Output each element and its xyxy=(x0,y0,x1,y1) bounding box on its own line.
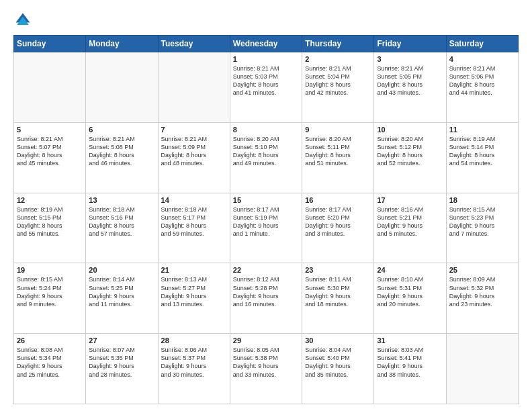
day-number: 10 xyxy=(377,126,443,134)
calendar-cell: 30Sunrise: 8:04 AM Sunset: 5:40 PM Dayli… xyxy=(302,334,374,404)
calendar-table: SundayMondayTuesdayWednesdayThursdayFrid… xyxy=(13,35,519,404)
calendar-cell: 25Sunrise: 8:09 AM Sunset: 5:32 PM Dayli… xyxy=(446,263,518,334)
day-info: Sunrise: 8:15 AM Sunset: 5:23 PM Dayligh… xyxy=(449,205,515,238)
col-header-thursday: Thursday xyxy=(302,36,374,52)
day-info: Sunrise: 8:14 AM Sunset: 5:25 PM Dayligh… xyxy=(89,275,154,308)
day-number: 18 xyxy=(449,196,515,204)
calendar-cell xyxy=(158,52,230,123)
day-number: 13 xyxy=(89,196,154,204)
day-number: 16 xyxy=(305,196,371,204)
calendar-header-row: SundayMondayTuesdayWednesdayThursdayFrid… xyxy=(14,36,519,52)
day-number: 25 xyxy=(449,266,515,274)
day-info: Sunrise: 8:17 AM Sunset: 5:20 PM Dayligh… xyxy=(305,205,371,238)
day-number: 21 xyxy=(161,266,227,274)
calendar-cell: 8Sunrise: 8:20 AM Sunset: 5:10 PM Daylig… xyxy=(230,122,302,193)
header xyxy=(13,11,519,30)
calendar-cell: 23Sunrise: 8:11 AM Sunset: 5:30 PM Dayli… xyxy=(302,263,374,334)
day-number: 26 xyxy=(17,336,83,345)
calendar-cell: 26Sunrise: 8:08 AM Sunset: 5:34 PM Dayli… xyxy=(14,334,86,404)
day-number: 5 xyxy=(17,126,83,134)
calendar-cell: 2Sunrise: 8:21 AM Sunset: 5:04 PM Daylig… xyxy=(302,52,374,123)
calendar-cell: 14Sunrise: 8:18 AM Sunset: 5:17 PM Dayli… xyxy=(158,193,230,263)
calendar-cell: 12Sunrise: 8:19 AM Sunset: 5:15 PM Dayli… xyxy=(14,193,86,263)
calendar-cell: 27Sunrise: 8:07 AM Sunset: 5:35 PM Dayli… xyxy=(86,334,158,404)
page: SundayMondayTuesdayWednesdayThursdayFrid… xyxy=(0,0,532,411)
calendar-cell: 16Sunrise: 8:17 AM Sunset: 5:20 PM Dayli… xyxy=(302,193,374,263)
day-number: 9 xyxy=(305,126,371,134)
calendar-cell: 15Sunrise: 8:17 AM Sunset: 5:19 PM Dayli… xyxy=(230,193,302,263)
day-number: 27 xyxy=(89,336,154,345)
day-number: 11 xyxy=(449,126,515,134)
calendar-cell: 28Sunrise: 8:06 AM Sunset: 5:37 PM Dayli… xyxy=(158,334,230,404)
day-info: Sunrise: 8:10 AM Sunset: 5:31 PM Dayligh… xyxy=(377,275,443,308)
day-info: Sunrise: 8:21 AM Sunset: 5:06 PM Dayligh… xyxy=(449,64,515,97)
day-number: 22 xyxy=(233,266,299,274)
day-info: Sunrise: 8:18 AM Sunset: 5:16 PM Dayligh… xyxy=(89,205,154,238)
calendar-cell: 19Sunrise: 8:15 AM Sunset: 5:24 PM Dayli… xyxy=(14,263,86,334)
day-info: Sunrise: 8:05 AM Sunset: 5:38 PM Dayligh… xyxy=(233,346,299,379)
calendar-cell: 4Sunrise: 8:21 AM Sunset: 5:06 PM Daylig… xyxy=(446,52,518,123)
calendar-cell: 21Sunrise: 8:13 AM Sunset: 5:27 PM Dayli… xyxy=(158,263,230,334)
col-header-sunday: Sunday xyxy=(14,36,86,52)
day-number: 29 xyxy=(233,336,299,345)
calendar-cell: 9Sunrise: 8:20 AM Sunset: 5:11 PM Daylig… xyxy=(302,122,374,193)
day-number: 30 xyxy=(305,336,371,345)
day-info: Sunrise: 8:21 AM Sunset: 5:09 PM Dayligh… xyxy=(161,135,227,168)
calendar-cell: 11Sunrise: 8:19 AM Sunset: 5:14 PM Dayli… xyxy=(446,122,518,193)
calendar-cell: 1Sunrise: 8:21 AM Sunset: 5:03 PM Daylig… xyxy=(230,52,302,123)
day-info: Sunrise: 8:09 AM Sunset: 5:32 PM Dayligh… xyxy=(449,275,515,308)
day-number: 23 xyxy=(305,266,371,274)
week-row-1: 1Sunrise: 8:21 AM Sunset: 5:03 PM Daylig… xyxy=(14,52,519,123)
calendar-cell: 10Sunrise: 8:20 AM Sunset: 5:12 PM Dayli… xyxy=(374,122,446,193)
day-number: 8 xyxy=(233,126,299,134)
day-info: Sunrise: 8:07 AM Sunset: 5:35 PM Dayligh… xyxy=(89,346,154,379)
calendar-cell: 22Sunrise: 8:12 AM Sunset: 5:28 PM Dayli… xyxy=(230,263,302,334)
calendar-cell: 20Sunrise: 8:14 AM Sunset: 5:25 PM Dayli… xyxy=(86,263,158,334)
day-info: Sunrise: 8:21 AM Sunset: 5:08 PM Dayligh… xyxy=(89,135,154,168)
day-number: 4 xyxy=(449,55,515,63)
day-info: Sunrise: 8:16 AM Sunset: 5:21 PM Dayligh… xyxy=(377,205,443,238)
calendar-cell: 31Sunrise: 8:03 AM Sunset: 5:41 PM Dayli… xyxy=(374,334,446,404)
col-header-wednesday: Wednesday xyxy=(230,36,302,52)
week-row-3: 12Sunrise: 8:19 AM Sunset: 5:15 PM Dayli… xyxy=(14,193,519,263)
day-number: 3 xyxy=(377,55,443,63)
col-header-monday: Monday xyxy=(86,36,158,52)
day-info: Sunrise: 8:13 AM Sunset: 5:27 PM Dayligh… xyxy=(161,275,227,308)
col-header-saturday: Saturday xyxy=(446,36,518,52)
day-number: 31 xyxy=(377,336,443,345)
calendar-cell xyxy=(446,334,518,404)
day-info: Sunrise: 8:20 AM Sunset: 5:11 PM Dayligh… xyxy=(305,135,371,168)
day-info: Sunrise: 8:15 AM Sunset: 5:24 PM Dayligh… xyxy=(17,275,83,308)
day-info: Sunrise: 8:19 AM Sunset: 5:14 PM Dayligh… xyxy=(449,135,515,168)
col-header-friday: Friday xyxy=(374,36,446,52)
calendar-cell: 18Sunrise: 8:15 AM Sunset: 5:23 PM Dayli… xyxy=(446,193,518,263)
week-row-4: 19Sunrise: 8:15 AM Sunset: 5:24 PM Dayli… xyxy=(14,263,519,334)
day-number: 19 xyxy=(17,266,83,274)
col-header-tuesday: Tuesday xyxy=(158,36,230,52)
day-number: 17 xyxy=(377,196,443,204)
calendar-cell: 24Sunrise: 8:10 AM Sunset: 5:31 PM Dayli… xyxy=(374,263,446,334)
calendar-cell: 7Sunrise: 8:21 AM Sunset: 5:09 PM Daylig… xyxy=(158,122,230,193)
day-info: Sunrise: 8:20 AM Sunset: 5:10 PM Dayligh… xyxy=(233,135,299,168)
day-number: 7 xyxy=(161,126,227,134)
day-info: Sunrise: 8:04 AM Sunset: 5:40 PM Dayligh… xyxy=(305,346,371,379)
day-info: Sunrise: 8:17 AM Sunset: 5:19 PM Dayligh… xyxy=(233,205,299,238)
day-number: 24 xyxy=(377,266,443,274)
calendar-cell xyxy=(86,52,158,123)
day-info: Sunrise: 8:21 AM Sunset: 5:04 PM Dayligh… xyxy=(305,64,371,97)
day-number: 12 xyxy=(17,196,83,204)
day-info: Sunrise: 8:21 AM Sunset: 5:03 PM Dayligh… xyxy=(233,64,299,97)
week-row-2: 5Sunrise: 8:21 AM Sunset: 5:07 PM Daylig… xyxy=(14,122,519,193)
day-number: 6 xyxy=(89,126,154,134)
calendar-cell: 17Sunrise: 8:16 AM Sunset: 5:21 PM Dayli… xyxy=(374,193,446,263)
week-row-5: 26Sunrise: 8:08 AM Sunset: 5:34 PM Dayli… xyxy=(14,334,519,404)
day-info: Sunrise: 8:21 AM Sunset: 5:05 PM Dayligh… xyxy=(377,64,443,97)
day-info: Sunrise: 8:03 AM Sunset: 5:41 PM Dayligh… xyxy=(377,346,443,379)
day-info: Sunrise: 8:11 AM Sunset: 5:30 PM Dayligh… xyxy=(305,275,371,308)
day-info: Sunrise: 8:20 AM Sunset: 5:12 PM Dayligh… xyxy=(377,135,443,168)
day-number: 15 xyxy=(233,196,299,204)
calendar-cell: 5Sunrise: 8:21 AM Sunset: 5:07 PM Daylig… xyxy=(14,122,86,193)
day-info: Sunrise: 8:06 AM Sunset: 5:37 PM Dayligh… xyxy=(161,346,227,379)
calendar-cell: 13Sunrise: 8:18 AM Sunset: 5:16 PM Dayli… xyxy=(86,193,158,263)
logo-icon xyxy=(13,11,32,30)
